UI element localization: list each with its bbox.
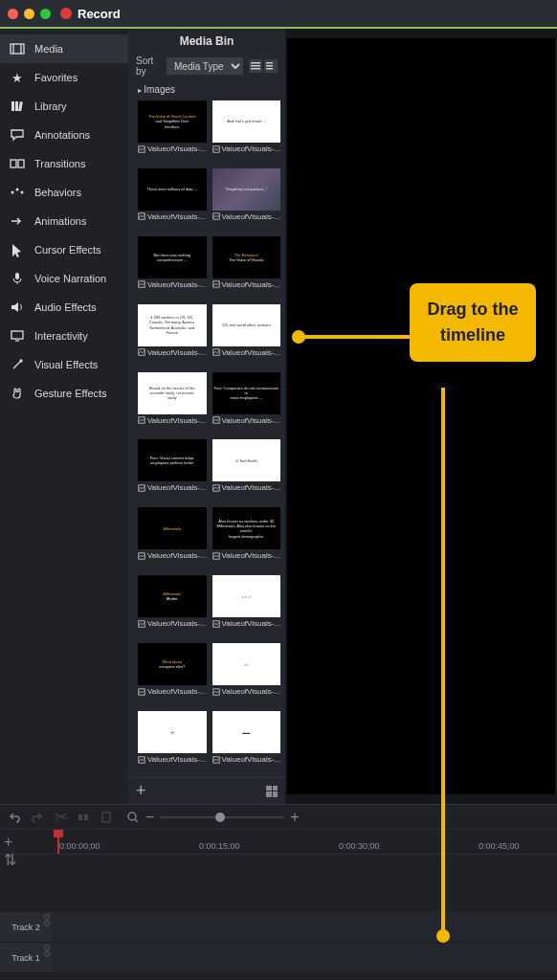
redo-button[interactable] xyxy=(31,811,44,824)
speaker-icon xyxy=(10,300,25,315)
instruction-callout: Drag to the timeline xyxy=(410,283,536,362)
svg-rect-45 xyxy=(102,813,110,822)
sidebar-item-favorites[interactable]: ★ Favorites xyxy=(0,63,128,92)
media-group-images[interactable]: Images xyxy=(128,80,285,99)
svg-point-10 xyxy=(21,191,24,194)
media-thumbnail[interactable]: 4,500 workers in US, UK,Canada, Germany,… xyxy=(138,304,207,367)
sidebar-item-animations[interactable]: Animations xyxy=(0,207,128,235)
sidebar-item-interactivity[interactable]: Interactivity xyxy=(0,322,128,350)
undo-button[interactable] xyxy=(8,811,21,824)
preview-panel xyxy=(285,29,557,804)
speech-icon xyxy=(10,127,25,143)
zoom-out-button[interactable]: − xyxy=(145,809,154,826)
add-marker-button[interactable]: + xyxy=(4,834,17,847)
sidebar-label: Behaviors xyxy=(34,187,81,198)
timecode-tick: 0:00:30;00 xyxy=(339,841,380,851)
track-lane-2[interactable] xyxy=(52,912,557,943)
media-thumbnail[interactable]: There were millions of data ...ValueofVi… xyxy=(138,168,207,231)
zoom-slider[interactable] xyxy=(160,816,284,818)
sidebar-item-library[interactable]: Library xyxy=(0,92,128,121)
svg-rect-44 xyxy=(84,814,88,820)
record-button[interactable]: Record xyxy=(60,7,121,21)
timeline-toolbar: ✂ − + xyxy=(0,805,557,830)
media-thumbnail[interactable]: MillennialsValueofVisuals-... xyxy=(138,507,207,569)
callout-connector-line xyxy=(441,388,445,941)
animations-icon xyxy=(10,213,25,229)
sidebar-label: Media xyxy=(34,43,63,55)
close-dot[interactable] xyxy=(8,9,18,19)
paste-button[interactable] xyxy=(100,811,113,824)
sidebar-item-audio[interactable]: Audio Effects xyxy=(0,293,128,322)
media-thumbnail[interactable]: What abouteveryone else?ValueofVisuals-.… xyxy=(138,643,207,705)
sidebar-item-media[interactable]: Media xyxy=(0,34,128,63)
sidebar-item-gesture[interactable]: Gesture Effects xyxy=(0,379,128,408)
sort-list-icon[interactable] xyxy=(249,59,262,73)
books-icon xyxy=(10,99,25,114)
sidebar-item-visual[interactable]: Visual Effects xyxy=(0,350,128,379)
thumbnails-grid: The Value of Visual Contentand Simplifie… xyxy=(128,99,285,777)
media-thumbnail[interactable]: ○ ○ ○ValueofVisuals-... xyxy=(212,575,281,637)
media-thumbnail[interactable]: 125 real world office workersValueofVisu… xyxy=(212,304,281,367)
window-controls[interactable] xyxy=(8,9,51,19)
sidebar-label: Audio Effects xyxy=(34,301,97,313)
media-thumbnail[interactable]: ⊙ TechSmithValueofVisuals-... xyxy=(212,439,281,501)
media-thumbnail[interactable]: Also known as workers under 35Millennial… xyxy=(212,507,281,569)
svg-rect-21 xyxy=(266,65,273,67)
preview-canvas[interactable] xyxy=(287,38,555,794)
svg-rect-17 xyxy=(251,62,260,64)
media-thumbnail[interactable]: "Simplicity is important..."ValueofVisua… xyxy=(212,168,281,231)
svg-rect-6 xyxy=(11,160,16,167)
media-thumbnail[interactable]: Fact: Visual content helpsemployees perf… xyxy=(138,439,207,501)
sidebar-item-cursor[interactable]: Cursor Effects xyxy=(0,235,128,264)
sidebar-label: Interactivity xyxy=(34,330,88,342)
sidebar-label: Cursor Effects xyxy=(34,244,101,256)
timecode-tick: 0:00:00;00 xyxy=(59,841,100,851)
media-thumbnail[interactable]: ▫▫▫ValueofVisuals-... xyxy=(212,643,281,705)
zoom-in-button[interactable]: + xyxy=(290,809,299,826)
minimize-dot[interactable] xyxy=(24,9,34,19)
sort-grid-icon[interactable] xyxy=(264,59,278,73)
behaviors-icon xyxy=(10,185,25,200)
media-thumbnail[interactable]: The Value of Visual Contentand Simplifie… xyxy=(138,100,207,163)
cut-button[interactable]: ✂ xyxy=(54,811,67,824)
star-icon: ★ xyxy=(10,70,25,85)
split-button[interactable] xyxy=(77,811,90,824)
media-thumbnail[interactable]: But there was nothingcomprehensive ...Va… xyxy=(138,236,207,299)
sidebar-item-annotations[interactable]: Annotations xyxy=(0,121,128,149)
add-media-button[interactable]: + xyxy=(136,781,146,801)
media-thumbnail[interactable]: ▬▬ValueofVisuals-... xyxy=(212,711,281,773)
zoom-fit-icon[interactable] xyxy=(126,811,140,824)
timeline-ruler[interactable]: + ⇅ 0:00:00;00 0:00:15;00 0:00:30;00 0:0… xyxy=(0,830,557,855)
media-thumbnail[interactable]: Fact: Companies do not communicate tomos… xyxy=(212,372,281,434)
sort-select[interactable]: Media Type xyxy=(167,57,243,75)
media-bin-title: Media Bin xyxy=(128,29,285,52)
svg-point-9 xyxy=(16,189,19,191)
media-thumbnail[interactable]: Based on the results of thescientific st… xyxy=(138,372,207,434)
svg-line-47 xyxy=(135,819,138,822)
callout-connector xyxy=(294,335,416,339)
svg-rect-13 xyxy=(11,331,23,339)
sidebar-label: Library xyxy=(34,100,67,112)
screen-icon xyxy=(10,328,25,344)
media-thumbnail[interactable]: MillennialsMatterValueofVisuals-... xyxy=(138,575,207,637)
sidebar-item-transitions[interactable]: Transitions xyxy=(0,149,128,178)
media-thumbnail[interactable]: ◔ValueofVisuals-... xyxy=(138,711,207,773)
zoom-dot[interactable] xyxy=(40,9,51,19)
view-mode-icon[interactable] xyxy=(266,786,278,797)
sidebar-item-behaviors[interactable]: Behaviors xyxy=(0,178,128,207)
track-header-1[interactable]: Track 1 xyxy=(0,943,52,973)
media-thumbnail[interactable]: And that's just email ...ValueofVisuals-… xyxy=(212,100,281,163)
mic-icon xyxy=(10,271,25,286)
svg-rect-18 xyxy=(251,65,260,67)
media-thumbnail[interactable]: The ResearchThe Value of VisualsValueofV… xyxy=(212,236,281,299)
media-bin: Media Bin Sort by Media Type Images The … xyxy=(128,29,285,804)
sidebar-label: Voice Narration xyxy=(34,273,106,284)
sidebar-label: Transitions xyxy=(34,158,85,169)
track-lane-1[interactable] xyxy=(52,943,557,973)
svg-rect-4 xyxy=(15,101,18,111)
titlebar: Record xyxy=(0,0,557,29)
svg-rect-5 xyxy=(18,101,23,111)
track-header-2[interactable]: Track 2 xyxy=(0,912,52,943)
wand-icon xyxy=(10,357,25,372)
sidebar-item-voice[interactable]: Voice Narration xyxy=(0,264,128,293)
